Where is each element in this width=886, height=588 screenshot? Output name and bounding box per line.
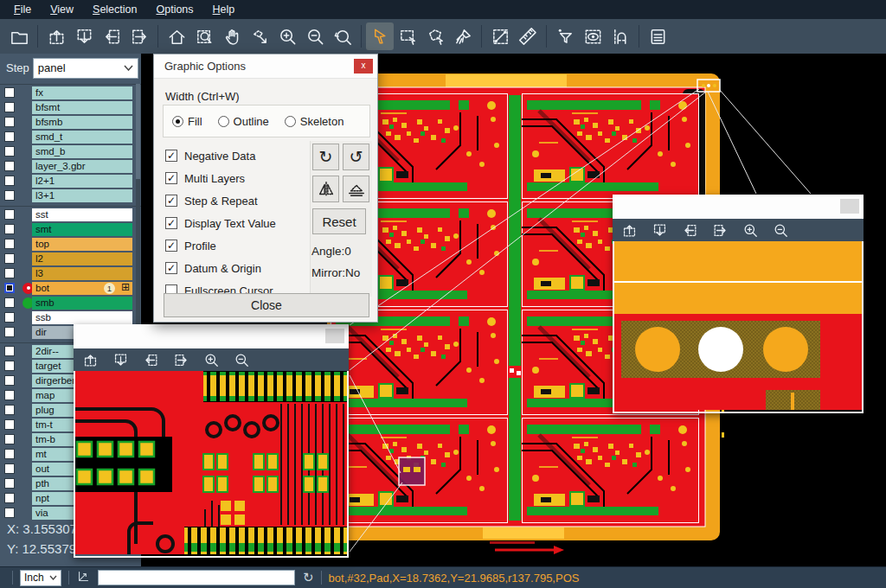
- layer-name[interactable]: smt: [32, 223, 132, 236]
- layer-visibility-checkbox[interactable]: [4, 224, 15, 234]
- refresh-icon[interactable]: ↻: [303, 570, 314, 585]
- measure-ruler-icon[interactable]: [514, 22, 542, 50]
- layer-name[interactable]: top: [32, 238, 132, 251]
- frame-down-icon[interactable]: [111, 350, 130, 369]
- layer-row[interactable]: l3+1 ⊞: [0, 189, 141, 202]
- zoom-window-pad-detail[interactable]: [74, 324, 349, 558]
- layer-visibility-checkbox[interactable]: [4, 176, 15, 186]
- layer-row[interactable]: fx ⊞: [0, 86, 141, 99]
- layer-name[interactable]: l2+1: [32, 175, 132, 188]
- zoom-out-icon[interactable]: [771, 220, 790, 240]
- layer-visibility-checkbox[interactable]: [4, 283, 15, 293]
- dialog-titlebar[interactable]: Graphic Options x: [154, 54, 377, 79]
- layer-name[interactable]: l3+1: [32, 189, 132, 202]
- layer-row[interactable]: l3 ⊞: [0, 266, 141, 280]
- layer-visibility-checkbox[interactable]: [4, 493, 15, 503]
- layer-name[interactable]: l2: [32, 252, 132, 265]
- checkbox-icon[interactable]: ✓: [165, 195, 177, 207]
- layer-row[interactable]: smb ⊞: [0, 296, 141, 310]
- layer-visibility-checkbox[interactable]: [4, 190, 15, 201]
- select-cursor-icon[interactable]: [366, 22, 394, 50]
- layer-visibility-checkbox[interactable]: [4, 102, 15, 112]
- zoom-out-icon[interactable]: [232, 350, 251, 369]
- zoom-source-pad[interactable]: [399, 457, 425, 485]
- layer-visibility-checkbox[interactable]: [4, 87, 15, 98]
- layer-name[interactable]: smd_b: [32, 145, 132, 158]
- layer-visibility-checkbox[interactable]: [4, 346, 15, 356]
- layer-name[interactable]: bfsmt: [32, 101, 132, 114]
- display-option-checkbox[interactable]: ✓ Multi Layers: [165, 167, 304, 189]
- layer-visibility-checkbox[interactable]: [4, 375, 15, 386]
- layer-row[interactable]: smt ⊞: [0, 222, 141, 236]
- display-option-checkbox[interactable]: ✓ Profile: [165, 234, 304, 257]
- zoom-window-fiducial-detail[interactable]: [613, 195, 864, 413]
- open-file-icon[interactable]: [5, 22, 33, 50]
- mirror-horizontal-button[interactable]: [312, 176, 339, 202]
- display-option-checkbox[interactable]: ✓ Negative Data: [165, 144, 304, 167]
- zoom-in-icon[interactable]: [202, 350, 221, 369]
- filter-icon[interactable]: [551, 22, 579, 50]
- window-button-icon[interactable]: [325, 329, 344, 343]
- display-option-checkbox[interactable]: ✓ Display Text Value: [165, 212, 304, 234]
- radio-icon[interactable]: [218, 116, 229, 127]
- zoom-in-icon[interactable]: [273, 22, 301, 50]
- home-view-icon[interactable]: [163, 22, 190, 50]
- reset-button[interactable]: Reset: [312, 208, 366, 234]
- zoom-window-content[interactable]: [74, 371, 349, 558]
- clean-brush-icon[interactable]: [449, 22, 477, 50]
- checkbox-icon[interactable]: ✓: [165, 262, 177, 274]
- poly-select-icon[interactable]: [421, 22, 449, 50]
- frame-right-icon[interactable]: [125, 22, 153, 50]
- display-option-checkbox[interactable]: ✓ Datum & Origin: [165, 257, 304, 279]
- command-input[interactable]: [98, 570, 295, 585]
- layer-name[interactable]: ssb: [32, 311, 132, 324]
- layer-row[interactable]: bfsmb ⊞: [0, 115, 141, 129]
- layer-visibility-checkbox[interactable]: [4, 146, 15, 157]
- layer-row[interactable]: smd_t ⊞: [0, 130, 141, 144]
- layer-name[interactable]: smb: [32, 297, 132, 310]
- layer-visibility-checkbox[interactable]: [4, 361, 15, 371]
- layer-visibility-checkbox[interactable]: [4, 268, 15, 278]
- frame-up-icon[interactable]: [42, 22, 70, 50]
- measure-angle-icon[interactable]: [76, 569, 91, 587]
- layer-row[interactable]: l2+1 ⊞: [0, 174, 141, 188]
- layer-visibility-checkbox[interactable]: [4, 161, 15, 171]
- menu-item[interactable]: Selection: [84, 2, 145, 17]
- zoom-window-content[interactable]: [613, 241, 864, 413]
- frame-up-icon[interactable]: [80, 350, 100, 369]
- rotate-ccw-button[interactable]: ↺: [343, 144, 369, 170]
- layer-visibility-checkbox[interactable]: [4, 419, 15, 430]
- menu-item[interactable]: View: [42, 2, 82, 17]
- zoom-in-icon[interactable]: [741, 220, 760, 240]
- layer-visibility-checkbox[interactable]: [4, 449, 15, 459]
- menu-item[interactable]: File: [5, 2, 40, 17]
- pan-hand-icon[interactable]: [218, 22, 246, 50]
- frame-up-icon[interactable]: [620, 220, 639, 240]
- checkbox-icon[interactable]: ✓: [165, 217, 177, 229]
- display-option-checkbox[interactable]: ✓ Step & Repeat: [165, 189, 304, 212]
- frame-left-icon[interactable]: [680, 220, 699, 240]
- layer-visibility-checkbox[interactable]: [4, 131, 15, 142]
- layer-visibility-checkbox[interactable]: [4, 478, 15, 489]
- layer-visibility-checkbox[interactable]: [4, 463, 15, 474]
- layer-visibility-checkbox[interactable]: [4, 434, 15, 444]
- checkbox-icon[interactable]: ✓: [165, 172, 177, 184]
- zoom-window-titlebar[interactable]: [613, 195, 864, 219]
- radio-icon[interactable]: [172, 116, 183, 127]
- layer-row[interactable]: layer_3.gbr ⊞: [0, 159, 141, 173]
- layer-row[interactable]: bot 1 ⊞: [0, 281, 141, 295]
- checkbox-icon[interactable]: ✓: [165, 240, 177, 252]
- pan-polygon-icon[interactable]: [246, 22, 273, 50]
- unit-select[interactable]: Inch: [20, 570, 61, 586]
- menu-item[interactable]: Help: [204, 2, 244, 17]
- close-button[interactable]: Close: [164, 293, 369, 317]
- width-mode-radio[interactable]: Outline: [218, 115, 269, 128]
- layer-name[interactable]: fx: [32, 86, 132, 99]
- width-mode-radio[interactable]: Fill: [172, 115, 202, 128]
- layer-visibility-checkbox[interactable]: [4, 253, 15, 264]
- layer-name[interactable]: sst: [32, 208, 132, 221]
- layer-name[interactable]: bfsmb: [32, 116, 132, 129]
- measure-distance-icon[interactable]: [486, 22, 514, 50]
- layer-row[interactable]: smd_b ⊞: [0, 144, 141, 158]
- layer-visibility-checkbox[interactable]: [4, 390, 15, 400]
